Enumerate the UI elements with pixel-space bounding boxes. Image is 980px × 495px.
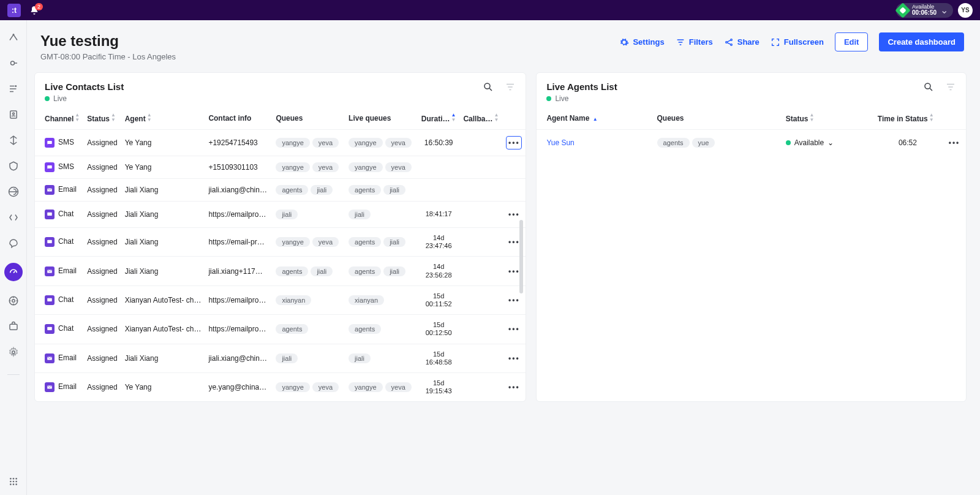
queue-pill: yeva bbox=[385, 162, 412, 172]
cell-queues: yangyeyeva bbox=[272, 156, 345, 179]
table-row[interactable]: Chat Assigned Jiali Xiang https://email-… bbox=[35, 228, 526, 257]
scrollbar[interactable] bbox=[519, 220, 523, 293]
nav-item-3[interactable] bbox=[7, 83, 20, 95]
col-agent[interactable]: Agent▲▼ bbox=[121, 108, 205, 130]
user-avatar[interactable]: YS bbox=[958, 3, 973, 18]
app-logo[interactable]: :t bbox=[7, 4, 21, 17]
fullscreen-icon bbox=[771, 37, 780, 47]
cell-callback bbox=[459, 257, 502, 285]
nav-item-10[interactable] bbox=[7, 295, 20, 307]
table-row[interactable]: SMS Assigned Ye Yang +19254715493 yangye… bbox=[35, 130, 526, 156]
cell-channel: Email bbox=[35, 344, 83, 372]
row-more-button[interactable]: ••• bbox=[506, 208, 522, 221]
col-agent-queues[interactable]: Queues bbox=[654, 108, 782, 130]
nav-item-9[interactable] bbox=[7, 237, 20, 249]
queue-pill: agents bbox=[349, 266, 381, 276]
cell-agent: Ye Yang bbox=[121, 372, 205, 401]
table-row[interactable]: Chat Assigned Xianyan AutoTest- ch… http… bbox=[35, 315, 526, 344]
cell-callback bbox=[459, 372, 502, 401]
col-channel[interactable]: Channel▲▼ bbox=[35, 108, 83, 130]
cell-callback bbox=[459, 344, 502, 372]
row-more-button[interactable]: ••• bbox=[506, 136, 522, 149]
queue-pill: yangye bbox=[276, 162, 309, 172]
cell-contact: https://emailprod-de… bbox=[205, 285, 272, 314]
top-bar: :t 2 Available 00:06:50 ⌄ YS bbox=[0, 0, 980, 20]
col-agent-name[interactable]: Agent Name ▲ bbox=[537, 108, 653, 130]
agents-panel-title: Live Agents List bbox=[546, 81, 617, 92]
cell-live-queues: yangyeyeva bbox=[345, 156, 418, 179]
svg-point-10 bbox=[15, 478, 17, 480]
nav-item-11[interactable] bbox=[7, 320, 20, 333]
nav-item-8[interactable] bbox=[7, 211, 20, 224]
cell-channel: Email bbox=[35, 257, 83, 285]
panel-filter-icon[interactable] bbox=[945, 81, 956, 93]
cell-duration: 15d19:15:43 bbox=[418, 372, 460, 401]
table-row[interactable]: SMS Assigned Ye Yang +15109301103 yangye… bbox=[35, 156, 526, 179]
cell-actions bbox=[502, 179, 526, 202]
col-callback[interactable]: Callba…▲▼ bbox=[459, 108, 502, 130]
svg-point-20 bbox=[484, 83, 490, 89]
svg-point-19 bbox=[730, 43, 732, 45]
nav-item-6[interactable] bbox=[7, 160, 20, 172]
nav-item-2[interactable] bbox=[7, 57, 20, 69]
share-action[interactable]: Share bbox=[724, 37, 760, 47]
cell-live-queues: agentsjiali bbox=[345, 228, 418, 257]
cell-actions: ••• bbox=[502, 315, 526, 344]
nav-item-settings[interactable] bbox=[7, 346, 20, 358]
svg-point-14 bbox=[10, 483, 12, 485]
cell-status: Assigned bbox=[83, 156, 121, 179]
row-more-button[interactable]: ••• bbox=[506, 352, 522, 365]
edit-button[interactable]: Edit bbox=[835, 32, 869, 51]
table-row[interactable]: Email Assigned Ye Yang ye.yang@china.tal… bbox=[35, 372, 526, 401]
col-live-queues[interactable]: Live queues bbox=[345, 108, 418, 130]
search-icon[interactable] bbox=[923, 81, 934, 93]
panel-filter-icon[interactable] bbox=[505, 81, 516, 93]
table-row[interactable]: Yue Sun agentsyue Available ⌄ 06:52 ••• bbox=[537, 130, 966, 156]
queue-pill: jiali bbox=[383, 237, 405, 247]
cell-callback bbox=[459, 130, 502, 156]
cell-agent-status[interactable]: Available ⌄ bbox=[782, 130, 874, 156]
nav-item-1[interactable] bbox=[7, 31, 20, 43]
agent-status-pill[interactable]: Available 00:06:50 ⌄ bbox=[896, 3, 953, 18]
settings-action[interactable]: Settings bbox=[619, 37, 664, 47]
table-row[interactable]: Email Assigned Jiali Xiang jiali.xiang+1… bbox=[35, 257, 526, 285]
notifications-bell[interactable]: 2 bbox=[29, 6, 39, 15]
table-row[interactable]: Chat Assigned Jiali Xiang https://emailp… bbox=[35, 202, 526, 228]
cell-duration: 15d00:12:50 bbox=[418, 315, 460, 344]
col-status[interactable]: Status▲▼ bbox=[83, 108, 121, 130]
col-agent-status[interactable]: Status▲▼ bbox=[782, 108, 874, 130]
page-title: Yue testing bbox=[40, 32, 176, 50]
nav-item-5[interactable] bbox=[7, 134, 20, 146]
fullscreen-action[interactable]: Fullscreen bbox=[771, 37, 824, 47]
nav-item-7[interactable] bbox=[7, 186, 20, 198]
row-more-button[interactable]: ••• bbox=[506, 380, 522, 394]
queue-pill: agents bbox=[657, 138, 690, 148]
col-queues[interactable]: Queues bbox=[272, 108, 345, 130]
table-row[interactable]: Email Assigned Jiali Xiang jiali.xiang@c… bbox=[35, 344, 526, 372]
gear-icon bbox=[619, 37, 629, 47]
cell-status: Assigned bbox=[83, 179, 121, 202]
col-time-in-status[interactable]: Time in Status▲▼ bbox=[874, 108, 941, 130]
col-duration[interactable]: Durati…▲▼ bbox=[418, 108, 460, 130]
filters-action[interactable]: Filters bbox=[676, 37, 713, 47]
row-more-button[interactable]: ••• bbox=[506, 293, 522, 307]
svg-point-8 bbox=[10, 478, 12, 480]
svg-point-5 bbox=[12, 300, 15, 303]
cell-duration: 15d00:11:52 bbox=[418, 285, 460, 314]
cell-channel: Chat bbox=[35, 285, 83, 314]
nav-item-dashboard-active[interactable] bbox=[4, 263, 23, 281]
table-row[interactable]: Chat Assigned Xianyan AutoTest- ch… http… bbox=[35, 285, 526, 314]
nav-apps-grid[interactable] bbox=[7, 475, 20, 488]
row-more-button[interactable]: ••• bbox=[506, 322, 522, 336]
queue-pill: jiali bbox=[311, 185, 333, 195]
table-row[interactable]: Email Assigned Jiali Xiang jiali.xiang@c… bbox=[35, 179, 526, 202]
cell-agent: Ye Yang bbox=[121, 156, 205, 179]
cell-contact: https://email-prod-qa… bbox=[205, 228, 272, 257]
queue-pill: jiali bbox=[349, 210, 371, 219]
search-icon[interactable] bbox=[483, 81, 494, 93]
live-contacts-panel: Live Contacts List Live Channel▲▼ Status… bbox=[34, 72, 526, 402]
create-dashboard-button[interactable]: Create dashboard bbox=[879, 32, 964, 51]
col-contact-info[interactable]: Contact info bbox=[205, 108, 272, 130]
nav-item-4[interactable] bbox=[7, 108, 20, 121]
row-more-button[interactable]: ••• bbox=[946, 136, 962, 149]
